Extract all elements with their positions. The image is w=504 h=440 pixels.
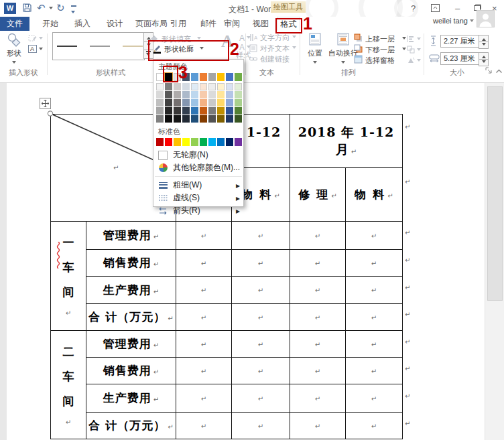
tab-design[interactable]: 设计 [100, 17, 129, 31]
avatar[interactable] [477, 10, 495, 27]
shape-width-field[interactable]: 5.23 厘米 [440, 52, 482, 65]
theme-variant-swatch[interactable] [174, 115, 181, 123]
menu-item-more-outline-colors[interactable]: 其他轮廓颜色(M)... [153, 161, 243, 174]
table-data-cell[interactable]: ↵ [346, 331, 403, 358]
table-data-cell[interactable]: ↵ [290, 222, 346, 250]
table-row-label[interactable]: 生产费用↵ [86, 277, 176, 304]
table-data-cell[interactable]: ↵ [346, 358, 403, 384]
standard-color-swatch[interactable] [208, 138, 216, 146]
tab-insert[interactable]: 插入 [68, 17, 97, 31]
theme-variant-swatch[interactable] [208, 99, 216, 106]
style-gallery-item[interactable] [57, 46, 77, 47]
theme-variant-swatch[interactable] [156, 107, 164, 115]
table-header-2018[interactable]: 2018 年 1-12 月↵ [290, 115, 403, 168]
height-spinner[interactable] [479, 35, 489, 49]
menu-item-no-outline[interactable]: 无轮廓(N) [153, 149, 243, 161]
table-data-cell[interactable]: ↵ [346, 277, 403, 304]
standard-color-swatch[interactable] [191, 138, 198, 146]
redo-icon[interactable]: ↻ [56, 3, 65, 13]
theme-variant-swatch[interactable] [165, 91, 172, 98]
theme-variant-swatch[interactable] [226, 83, 233, 90]
theme-variant-swatch[interactable] [200, 83, 207, 90]
theme-variant-swatch[interactable] [191, 91, 198, 98]
table-data-cell[interactable]: ↵ [290, 304, 346, 331]
table-data-cell[interactable]: ↵ [176, 304, 232, 331]
collapse-ribbon-icon[interactable] [495, 68, 503, 74]
theme-variant-swatch[interactable] [200, 91, 207, 98]
theme-variant-swatch[interactable] [217, 115, 225, 123]
theme-variant-swatch[interactable] [156, 83, 164, 90]
theme-variant-swatch[interactable] [235, 83, 242, 90]
table-data-cell[interactable]: ↵ [346, 250, 403, 277]
undo-icon[interactable]: ↶ [37, 3, 46, 13]
theme-variant-swatch[interactable] [191, 107, 198, 115]
send-backward-button[interactable]: 下移一层 [354, 44, 363, 53]
menu-item-dashes[interactable]: 虚线(S) ▸ [153, 192, 243, 204]
theme-color-swatch[interactable] [200, 73, 207, 81]
theme-variant-swatch[interactable] [182, 91, 190, 98]
table-data-cell[interactable]: ↵ [176, 250, 232, 277]
theme-variant-swatch[interactable] [156, 99, 164, 106]
row-group-label-workshop1[interactable]: 一 车 间 ↵ [51, 222, 86, 331]
table-row-label[interactable]: 管理费用↵ [86, 331, 176, 358]
table-data-cell[interactable]: ↵ [290, 331, 346, 358]
align-text-button[interactable]: 对齐文本 [249, 44, 257, 52]
theme-variant-swatch[interactable] [235, 91, 242, 98]
theme-variant-swatch[interactable] [191, 83, 198, 90]
row-group-label-workshop2[interactable]: 二 车 间 ↵ [51, 331, 86, 439]
table-data-cell[interactable]: ↵ [232, 384, 290, 413]
menu-item-weight[interactable]: 粗细(W) ▸ [153, 179, 243, 192]
theme-color-swatch[interactable] [217, 73, 225, 81]
theme-variant-swatch[interactable] [182, 99, 190, 106]
theme-variant-swatch[interactable] [200, 107, 207, 115]
theme-variant-swatch[interactable] [182, 115, 190, 123]
theme-variant-swatch[interactable] [217, 107, 225, 115]
standard-color-swatch[interactable] [182, 138, 190, 146]
theme-variant-swatch[interactable] [191, 115, 198, 123]
table-data-cell[interactable]: ↵ [232, 331, 290, 358]
theme-variant-swatch[interactable] [191, 99, 198, 106]
table-row-label[interactable]: 销售费用↵ [86, 358, 176, 384]
table-subheader[interactable]: 修 理↵ [290, 168, 346, 222]
create-link-button[interactable]: 创建链接 [249, 55, 257, 63]
table-data-cell[interactable]: ↵ [290, 250, 346, 277]
text-box-button[interactable]: A [28, 45, 37, 53]
theme-variant-swatch[interactable] [182, 107, 190, 115]
theme-variant-swatch[interactable] [156, 115, 164, 123]
style-gallery-item[interactable] [123, 46, 143, 47]
theme-variant-swatch[interactable] [208, 91, 216, 98]
table-data-cell[interactable]: ↵ [176, 277, 232, 304]
tab-home[interactable]: 开始 [36, 17, 65, 31]
theme-variant-swatch[interactable] [208, 83, 216, 90]
tab-view[interactable]: 视图 [246, 17, 275, 31]
table-data-cell[interactable]: ↵ [176, 413, 232, 439]
width-spinner[interactable] [479, 52, 489, 66]
scrollbar-thumb[interactable] [487, 86, 503, 301]
customize-qat-icon[interactable] [71, 5, 76, 17]
table-data-cell[interactable]: ↵ [346, 222, 403, 250]
theme-color-swatch[interactable] [226, 73, 233, 81]
table-data-cell[interactable]: ↵ [346, 304, 403, 331]
theme-variant-swatch[interactable] [165, 115, 172, 123]
theme-variant-swatch[interactable] [174, 91, 181, 98]
theme-variant-swatch[interactable] [182, 83, 190, 90]
standard-color-swatch[interactable] [174, 138, 181, 146]
standard-color-swatch[interactable] [156, 138, 164, 146]
table-data-cell[interactable]: ↵ [290, 384, 346, 413]
table-row-label[interactable]: 管理费用↵ [86, 222, 176, 250]
theme-variant-swatch[interactable] [226, 91, 233, 98]
theme-variant-swatch[interactable] [217, 91, 225, 98]
table-data-cell[interactable]: ↵ [176, 331, 232, 358]
table-move-handle-icon[interactable] [40, 98, 51, 109]
size-dialog-launcher-icon[interactable] [485, 67, 492, 74]
selection-pane-button[interactable]: 选择窗格 [354, 55, 363, 64]
theme-variant-swatch[interactable] [226, 99, 233, 106]
theme-variant-swatch[interactable] [174, 107, 181, 115]
table-data-cell[interactable]: ↵ [232, 222, 290, 250]
theme-variant-swatch[interactable] [200, 115, 207, 123]
theme-variant-swatch[interactable] [235, 99, 242, 106]
table-data-cell[interactable]: ↵ [346, 413, 403, 439]
standard-color-swatch[interactable] [165, 138, 172, 146]
theme-variant-swatch[interactable] [165, 107, 172, 115]
table-data-cell[interactable]: ↵ [176, 384, 232, 413]
